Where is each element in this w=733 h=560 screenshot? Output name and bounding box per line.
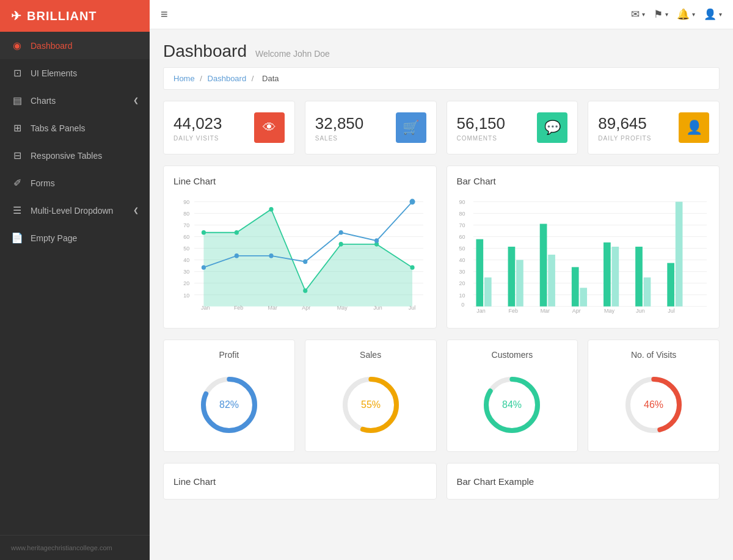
svg-text:Feb: Feb [508, 308, 517, 314]
donut-card-visits: No. of Visits 46% [588, 340, 720, 452]
sidebar-arrow-charts: ❮ [133, 96, 139, 104]
svg-text:May: May [604, 308, 614, 314]
sidebar-label-tabs-panels: Tabs & Panels [31, 123, 86, 133]
line-chart-card: Line Chart 90 80 70 60 50 40 30 20 10 [163, 165, 437, 329]
stat-card-comments: 56,150 COMMENTS 💬 [447, 101, 578, 155]
svg-point-28 [269, 253, 273, 258]
svg-point-31 [374, 238, 379, 243]
breadcrumb-current: Data [262, 74, 279, 83]
user-icon: 👤 [704, 8, 717, 21]
svg-text:90: 90 [183, 199, 189, 205]
svg-rect-70 [635, 247, 643, 307]
svg-rect-69 [611, 247, 619, 307]
responsive-tables-icon: ⊟ [11, 150, 23, 161]
mail-topbar-button[interactable]: ✉▾ [631, 8, 645, 21]
page-title: Dashboard [163, 42, 247, 61]
sidebar-item-forms[interactable]: ✐ Forms [0, 169, 150, 197]
svg-point-22 [303, 288, 307, 293]
svg-text:70: 70 [459, 222, 465, 228]
svg-text:20: 20 [183, 280, 189, 286]
svg-text:Mar: Mar [268, 305, 277, 311]
sidebar-item-dashboard[interactable]: ◉ Dashboard [0, 32, 150, 59]
hamburger-button[interactable]: ≡ [161, 7, 168, 21]
svg-text:10: 10 [459, 292, 465, 298]
donut-title-sales: Sales [360, 350, 381, 360]
empty-page-icon: 📄 [11, 232, 23, 244]
stat-card-sales: 32,850 SALES 🛒 [305, 101, 437, 155]
sidebar-item-responsive-tables[interactable]: ⊟ Responsive Tables [0, 142, 150, 169]
svg-text:Jul: Jul [668, 308, 674, 314]
svg-text:Apr: Apr [572, 308, 580, 314]
bar-chart-svg: 90 80 70 60 50 40 30 20 10 0 [457, 194, 710, 316]
sidebar-footer: www.heritagechristiancollege.com [0, 535, 150, 560]
svg-rect-62 [508, 247, 515, 307]
svg-text:40: 40 [183, 257, 189, 263]
content-area: Dashboard Welcome John Doe Home / Dashbo… [150, 29, 733, 560]
svg-text:70: 70 [183, 222, 189, 228]
sidebar-item-ui-elements[interactable]: ⊡ UI Elements [0, 59, 150, 87]
sidebar-label-ui-elements: UI Elements [31, 68, 77, 78]
sidebar-item-tabs-panels[interactable]: ⊞ Tabs & Panels [0, 114, 150, 142]
stat-value-daily-visits: 44,023 [173, 114, 222, 133]
flag-topbar-button[interactable]: ⚑▾ [654, 8, 668, 21]
bell-icon: 🔔 [677, 8, 690, 21]
sidebar: ✈ BRILLIANT ◉ Dashboard ⊡ UI Elements ▤ … [0, 0, 150, 560]
topbar-left: ≡ [161, 7, 168, 21]
topbar: ≡ ✉▾⚑▾🔔▾👤▾ [150, 0, 733, 29]
sidebar-item-empty-page[interactable]: 📄 Empty Page [0, 224, 150, 252]
bell-topbar-button[interactable]: 🔔▾ [677, 8, 695, 21]
svg-point-20 [235, 230, 239, 235]
breadcrumb-home[interactable]: Home [173, 74, 195, 83]
sidebar-label-forms: Forms [31, 178, 55, 188]
dashboard-icon: ◉ [11, 40, 23, 51]
svg-text:Jul: Jul [409, 305, 415, 311]
logo-text: BRILLIANT [27, 9, 97, 23]
svg-point-19 [202, 230, 206, 235]
svg-text:40: 40 [459, 257, 465, 263]
svg-rect-71 [643, 277, 651, 306]
stat-info-daily-profits: 89,645 DAILY PROFITS [598, 114, 651, 142]
svg-text:Jun: Jun [373, 305, 382, 311]
stat-value-comments: 56,150 [457, 114, 506, 133]
svg-text:60: 60 [183, 234, 189, 240]
stat-value-daily-profits: 89,645 [598, 114, 651, 133]
stat-label-daily-visits: DAILY VISITS [173, 135, 222, 142]
svg-rect-72 [667, 263, 674, 307]
svg-point-30 [339, 230, 343, 235]
line-chart-title: Line Chart [173, 176, 426, 186]
stat-icon-daily-profits: 👤 [679, 112, 709, 143]
svg-text:Jun: Jun [636, 308, 644, 314]
breadcrumb-dashboard[interactable]: Dashboard [208, 74, 247, 83]
svg-rect-61 [484, 277, 491, 306]
stat-label-comments: COMMENTS [457, 135, 506, 142]
sidebar-label-responsive-tables: Responsive Tables [31, 151, 102, 161]
svg-marker-18 [203, 209, 412, 307]
donut-svg-visits: 46% [617, 368, 690, 442]
sidebar-item-multi-level-dropdown[interactable]: ☰ Multi-Level Dropdown ❮ [0, 197, 150, 224]
stat-label-daily-profits: DAILY PROFITS [598, 135, 651, 142]
svg-text:30: 30 [183, 269, 189, 275]
svg-text:0: 0 [461, 302, 464, 308]
svg-text:Apr: Apr [302, 305, 310, 311]
stat-card-daily-visits: 44,023 DAILY VISITS 👁 [163, 101, 295, 155]
main-area: ≡ ✉▾⚑▾🔔▾👤▾ Dashboard Welcome John Doe Ho… [150, 0, 733, 560]
svg-point-29 [303, 260, 307, 264]
page-subtitle: Welcome John Doe [255, 49, 330, 59]
page-header: Dashboard Welcome John Doe [163, 42, 720, 61]
flag-icon: ⚑ [654, 8, 663, 21]
svg-rect-66 [571, 267, 578, 306]
sidebar-label-empty-page: Empty Page [31, 233, 77, 243]
svg-text:55%: 55% [361, 399, 381, 410]
user-topbar-button[interactable]: 👤▾ [704, 8, 722, 21]
svg-rect-65 [548, 255, 555, 307]
stat-icon-sales: 🛒 [396, 112, 426, 143]
svg-text:Feb: Feb [234, 305, 243, 311]
sidebar-item-charts[interactable]: ▤ Charts ❮ [0, 87, 150, 114]
svg-text:82%: 82% [219, 399, 239, 410]
bar-chart-card: Bar Chart 90 80 70 60 50 40 30 20 10 0 [447, 165, 720, 329]
donut-title-profit: Profit [219, 350, 239, 360]
stat-icon-comments: 💬 [537, 112, 567, 143]
donut-title-customers: Customers [492, 350, 533, 360]
svg-text:May: May [337, 305, 348, 311]
donut-card-customers: Customers 84% [447, 340, 578, 452]
